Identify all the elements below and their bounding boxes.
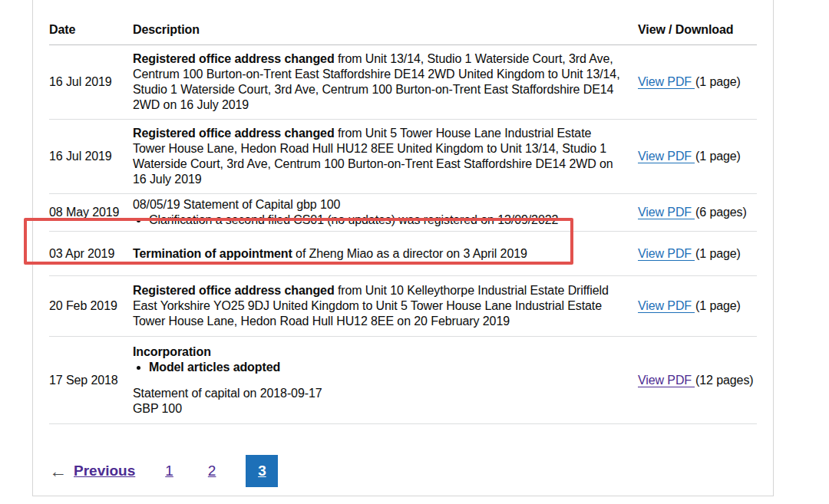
table-row: 16 Jul 2019 Registered office address ch… [49, 45, 757, 120]
view-download-cell: View PDF(1 page) [638, 120, 757, 194]
view-pdf-link[interactable]: View PDF [638, 299, 695, 313]
view-pdf-link[interactable]: View PDF [638, 206, 695, 219]
filing-annotation: Clarification a second filed CS01 (no up… [149, 212, 638, 228]
view-download-cell: View PDF(1 page) [638, 276, 757, 337]
filing-description: Registered office address changed from U… [133, 276, 638, 337]
page-count: (1 page) [695, 150, 741, 163]
pagination: ← Previous 1 2 3 [49, 455, 758, 487]
view-download-cell: View PDF(1 page) [638, 232, 757, 276]
column-header-description: Description [133, 12, 638, 45]
view-pdf-link[interactable]: View PDF [638, 75, 695, 89]
filing-annotation: Model articles adopted [149, 360, 621, 375]
filing-detail: Statement of capital on 2018-09-17 [133, 386, 621, 401]
filing-detail: 08/05/19 Statement of Capital gbp 100 [133, 197, 638, 212]
filing-detail: GBP 100 [133, 401, 621, 417]
view-pdf-link[interactable]: View PDF [638, 150, 695, 163]
filing-detail: of Zheng Miao as a director on 3 April 2… [292, 247, 527, 260]
page-count: (1 page) [695, 75, 741, 88]
table-row: 16 Jul 2019 Registered office address ch… [49, 120, 757, 194]
view-pdf-link[interactable]: View PDF [638, 374, 695, 387]
view-download-cell: View PDF(12 pages) [638, 337, 757, 424]
filing-type: Registered office address changed [133, 284, 335, 297]
table-row-highlighted: 03 Apr 2019 Termination of appointment o… [49, 232, 757, 276]
filing-description: Registered office address changed from U… [133, 45, 638, 120]
filing-description: 08/05/19 Statement of Capital gbp 100 Cl… [133, 194, 638, 232]
page-link-2[interactable]: 2 [203, 463, 221, 479]
table-row: 20 Feb 2019 Registered office address ch… [49, 276, 757, 337]
previous-page-link[interactable]: Previous [74, 463, 135, 479]
view-download-cell: View PDF(1 page) [638, 45, 757, 120]
table-row: 17 Sep 2018 Incorporation Model articles… [49, 337, 757, 424]
page-count: (1 page) [695, 299, 741, 312]
table-row: 08 May 2019 08/05/19 Statement of Capita… [49, 194, 757, 232]
page-link-1[interactable]: 1 [160, 463, 178, 479]
table-header-row: Date Description View / Download [49, 12, 757, 45]
column-header-view-download: View / Download [638, 12, 757, 45]
filing-history-table: Date Description View / Download 16 Jul … [49, 12, 757, 424]
column-header-date: Date [49, 12, 133, 45]
filing-type: Registered office address changed [133, 127, 335, 140]
filing-date: 20 Feb 2019 [49, 276, 133, 337]
filing-date: 08 May 2019 [49, 194, 133, 232]
previous-arrow-icon: ← [49, 463, 67, 480]
filing-date: 17 Sep 2018 [49, 337, 133, 424]
filing-type: Registered office address changed [133, 52, 335, 65]
filing-description: Termination of appointment of Zheng Miao… [133, 232, 638, 276]
page-count: (6 pages) [695, 206, 747, 219]
page-link-3-current[interactable]: 3 [246, 455, 278, 487]
filing-type: Incorporation [133, 344, 621, 360]
filing-date: 16 Jul 2019 [49, 45, 133, 120]
filing-description: Incorporation Model articles adopted Sta… [133, 337, 638, 424]
filing-type: Termination of appointment [133, 247, 292, 260]
filing-description: Registered office address changed from U… [133, 120, 638, 194]
view-pdf-link[interactable]: View PDF [638, 247, 695, 261]
view-download-cell: View PDF(6 pages) [638, 194, 757, 232]
page-count: (12 pages) [695, 374, 754, 387]
filing-date: 16 Jul 2019 [49, 120, 133, 194]
filing-date: 03 Apr 2019 [49, 232, 133, 276]
filing-history-panel: Date Description View / Download 16 Jul … [32, 0, 774, 496]
page-count: (1 page) [695, 247, 741, 260]
